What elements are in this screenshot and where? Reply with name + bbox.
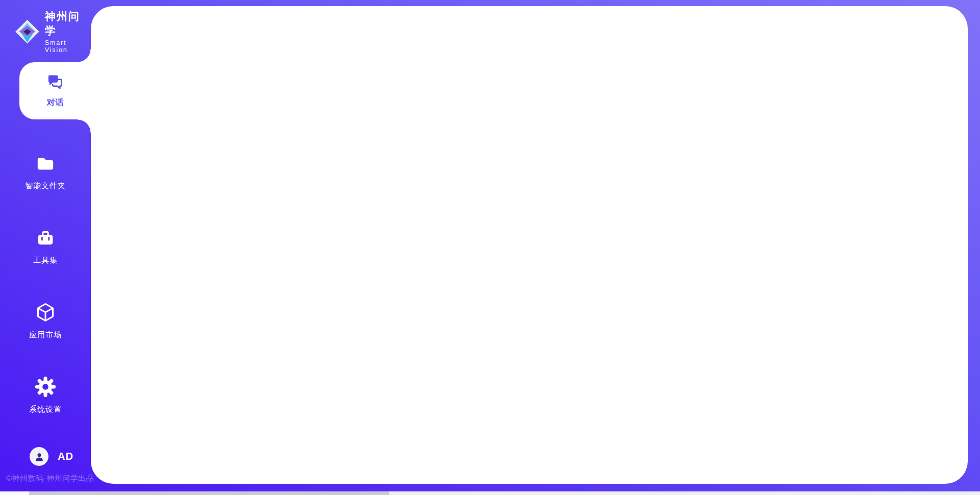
folder-icon — [36, 154, 55, 176]
brand-diamond-icon — [14, 18, 40, 45]
sidebar-item-chat[interactable]: 对话 — [19, 62, 91, 119]
chat-bubbles-icon — [47, 73, 64, 93]
sidebar-item-label: 对话 — [47, 97, 64, 108]
person-icon — [33, 451, 45, 463]
sidebar-item-label: 应用市场 — [29, 330, 62, 340]
horizontal-scrollbar[interactable] — [0, 491, 980, 495]
avatar — [30, 447, 48, 466]
sidebar-item-app-market[interactable]: 应用市场 — [0, 302, 91, 340]
user-profile[interactable]: AD — [30, 447, 74, 466]
sidebar-item-toolkit[interactable]: 工具集 — [0, 229, 91, 265]
sidebar-item-label: 智能文件夹 — [25, 181, 66, 191]
user-initials: AD — [58, 451, 74, 462]
tab-fillet-top — [78, 49, 91, 62]
brand-name: 神州问学 — [45, 9, 91, 38]
sidebar-item-settings[interactable]: 系统设置 — [0, 377, 91, 414]
scrollbar-corner — [0, 491, 29, 495]
sidebar-item-label: 工具集 — [33, 256, 58, 265]
sidebar-item-smart-folder[interactable]: 智能文件夹 — [0, 154, 91, 191]
tab-fillet-bottom — [78, 119, 91, 133]
scrollbar-thumb[interactable] — [29, 491, 389, 495]
brand-logo: 神州问学 Smart Vision — [14, 9, 91, 54]
sidebar-item-label: 系统设置 — [29, 405, 62, 414]
copyright: ©神州数码·神州问学出品 — [6, 474, 94, 483]
main-panel — [91, 6, 968, 484]
briefcase-icon — [36, 229, 55, 250]
sidebar: 神州问学 Smart Vision 对话 智能文件夹 — [0, 0, 91, 495]
cube-icon — [35, 302, 56, 325]
gear-icon — [35, 377, 56, 399]
